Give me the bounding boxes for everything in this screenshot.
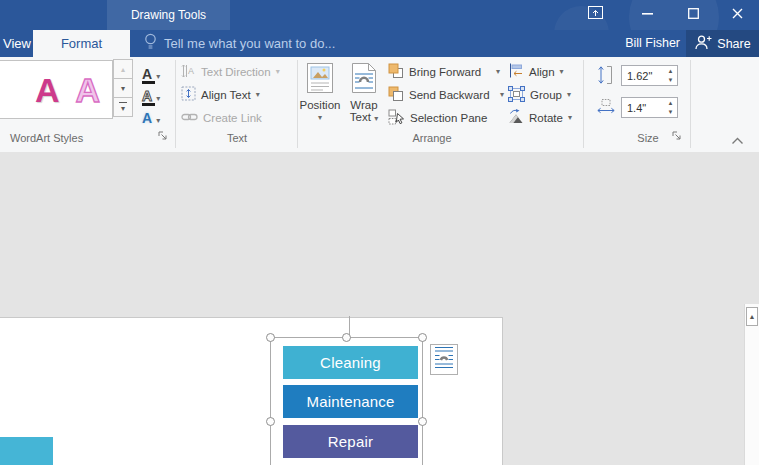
text-group-label: Text (217, 132, 257, 144)
size-dialog-launcher[interactable] (671, 130, 683, 142)
ribbon: A A ▴ ▾ ▾ A ▾ A ▾ A ▾ Wor (0, 57, 759, 153)
arrange-group-label: Arrange (402, 132, 462, 144)
document-canvas: e , safe, and clean Cleaning Maintenance… (0, 152, 759, 465)
spinner-up-icon[interactable]: ▲ (668, 100, 674, 106)
share-person-icon (694, 35, 712, 53)
dropdown-icon: ▾ (318, 114, 322, 122)
align-text-button[interactable]: Align Text ▾ (181, 86, 260, 103)
smartart-shape-maintenance[interactable]: Maintenance (283, 385, 418, 418)
gallery-scroll-down-button[interactable]: ▾ (113, 78, 133, 98)
rotate-button[interactable]: Rotate ▾ (508, 109, 572, 126)
wordart-style-option-1[interactable]: A (35, 73, 60, 107)
vertical-scrollbar[interactable]: ▲ (744, 304, 759, 465)
resize-handle-top-left[interactable] (266, 333, 275, 342)
contextual-tab-drawing-tools[interactable]: Drawing Tools (107, 0, 230, 30)
text-outline-icon: A (142, 90, 152, 103)
group-separator (175, 60, 176, 148)
minimize-icon (642, 5, 653, 23)
wordart-style-gallery[interactable]: A A (0, 60, 113, 119)
bring-forward-icon (388, 63, 404, 81)
text-direction-icon: A (181, 64, 196, 80)
send-backward-button[interactable]: Send Backward ▾ (388, 86, 504, 103)
title-bar: Drawing Tools (0, 0, 759, 30)
wordart-style-option-2[interactable]: A (75, 73, 100, 107)
text-direction-button[interactable]: A Text Direction ▾ (181, 63, 280, 80)
smartart-shape-repair[interactable]: Repair (283, 425, 418, 458)
maximize-button[interactable] (676, 0, 710, 28)
position-icon (307, 63, 333, 95)
dropdown-icon: ▾ (276, 68, 280, 76)
minimize-button[interactable] (630, 0, 664, 28)
wrap-text-button[interactable]: Wrap Text ▾ (343, 60, 385, 132)
text-fill-icon: A (142, 68, 152, 81)
smartart-shape-cleaning[interactable]: Cleaning (283, 346, 418, 379)
wordart-title-letter[interactable]: e (0, 437, 53, 465)
document-page[interactable] (0, 317, 503, 465)
signed-in-user[interactable]: Bill Fisher (608, 30, 680, 57)
scrollbar-up-button[interactable]: ▲ (746, 307, 758, 326)
spinner-down-icon[interactable]: ▼ (668, 77, 674, 83)
align-button[interactable]: Align ▾ (508, 63, 564, 80)
wordart-styles-group-label: WordArt Styles (10, 132, 83, 144)
layout-options-icon (434, 345, 454, 374)
maximize-icon (688, 5, 699, 23)
text-fill-button[interactable]: A ▾ (138, 60, 172, 81)
tell-me-box[interactable]: Tell me what you want to do... (144, 30, 335, 57)
resize-handle-top-right[interactable] (418, 333, 427, 342)
tab-format[interactable]: Format (33, 30, 130, 57)
dropdown-icon: ▾ (568, 114, 572, 122)
close-button[interactable] (720, 0, 754, 28)
wordart-dialog-launcher[interactable] (157, 130, 169, 142)
dropdown-icon: ▾ (567, 91, 571, 99)
selection-pane-button[interactable]: Selection Pane (388, 109, 487, 126)
group-objects-icon (508, 86, 525, 104)
group-button[interactable]: Group ▾ (508, 86, 571, 103)
dropdown-icon: ▾ (256, 91, 260, 99)
align-objects-icon (508, 63, 524, 80)
dropdown-icon: ▾ (374, 114, 378, 123)
ribbon-display-options-icon (588, 5, 603, 23)
gallery-more-button[interactable]: ▾ (113, 97, 133, 117)
position-button[interactable]: Position ▾ (299, 60, 341, 132)
selection-pane-icon (388, 109, 405, 127)
link-icon (181, 112, 198, 124)
spinner-down-icon[interactable]: ▼ (668, 109, 674, 115)
shape-width-icon (596, 98, 616, 119)
resize-handle-middle-right[interactable] (418, 417, 427, 426)
send-backward-icon (388, 86, 404, 104)
dropdown-icon: ▾ (156, 117, 160, 125)
rotate-objects-icon (508, 109, 524, 126)
text-effects-button[interactable]: A ▾ (138, 104, 172, 125)
lightbulb-icon (144, 33, 157, 54)
dropdown-icon: ▾ (560, 68, 564, 76)
bring-forward-button[interactable]: Bring Forward ▾ (388, 63, 500, 80)
group-separator (583, 60, 584, 148)
ribbon-display-options-button[interactable] (578, 0, 612, 28)
collapse-ribbon-button[interactable] (731, 131, 744, 149)
share-label: Share (717, 37, 750, 51)
close-icon (732, 5, 743, 23)
dropdown-icon[interactable]: ▾ (496, 68, 500, 76)
shape-height-spinner[interactable]: ▲ ▼ (664, 65, 677, 86)
text-effects-icon: A (142, 112, 152, 125)
shape-height-icon (596, 65, 615, 89)
spinner-up-icon[interactable]: ▲ (668, 68, 674, 74)
gallery-scroll-buttons: ▴ ▾ ▾ (113, 60, 133, 119)
group-separator (690, 60, 691, 148)
dropdown-icon[interactable]: ▾ (500, 91, 504, 99)
tab-view[interactable]: View (0, 30, 36, 57)
create-link-button[interactable]: Create Link (181, 109, 262, 126)
group-separator (297, 60, 298, 148)
svg-text:A: A (188, 66, 194, 76)
resize-handle-top-center[interactable] (342, 333, 351, 342)
gallery-scroll-up-button[interactable]: ▴ (113, 59, 133, 79)
text-outline-button[interactable]: A ▾ (138, 82, 172, 103)
align-text-icon (181, 86, 196, 103)
resize-handle-middle-left[interactable] (266, 417, 275, 426)
layout-options-button[interactable] (430, 344, 458, 375)
size-group-label: Size (628, 132, 668, 144)
dropdown-icon: ▾ (156, 73, 160, 81)
share-button[interactable]: Share (686, 30, 759, 57)
dropdown-icon: ▾ (156, 95, 160, 103)
shape-width-spinner[interactable]: ▲ ▼ (664, 97, 677, 118)
